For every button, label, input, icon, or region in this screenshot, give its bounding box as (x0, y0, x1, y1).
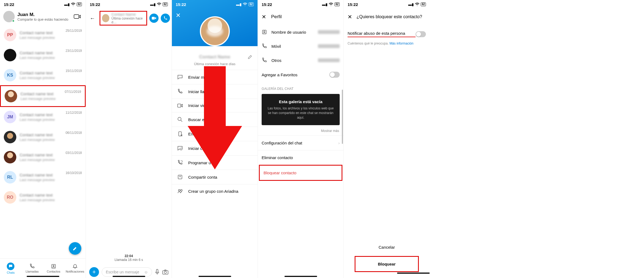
tab-chats[interactable]: Chats (0, 259, 21, 278)
chat-row[interactable]: Contact name textLast message preview03/… (0, 147, 86, 167)
row-username[interactable]: Nombre de usuario (258, 25, 343, 39)
clock: 15:22 (348, 2, 358, 7)
row-block-contact[interactable]: Bloquear contacto (259, 165, 342, 181)
row-others[interactable]: Otros (258, 53, 343, 67)
favorites-toggle[interactable] (329, 72, 340, 78)
status-icons: ▬▮ 62 (64, 2, 82, 7)
row-add-favorites[interactable]: Agregar a Favoritos (258, 67, 343, 82)
chat-row[interactable]: PPContact name textLast message preview2… (0, 25, 86, 45)
status-icons: ▬▮ 62 (150, 2, 168, 7)
new-chat-button[interactable] (69, 242, 81, 255)
chat-row[interactable]: ROContact name textLast message preview (0, 187, 86, 207)
close-button[interactable]: ✕ (176, 12, 181, 19)
chat-preview: Last message preview (20, 118, 82, 122)
show-more-link[interactable]: Mostrar más (258, 126, 343, 135)
chat-row[interactable]: JMContact name textLast message preview1… (0, 107, 86, 127)
row-label: Notificar abuso de esta persona (348, 31, 416, 37)
chat-avatar (4, 131, 16, 143)
profile-settings-header: ✕ Perfil (258, 9, 343, 25)
block-button[interactable]: Bloquear (355, 256, 419, 272)
chat-preview: Last message preview (20, 97, 81, 101)
row-label: Configuración del chat (262, 141, 302, 145)
profile-name: Contact Name (172, 53, 258, 61)
chat-date: 16/10/2018 (66, 171, 82, 175)
svg-point-13 (178, 189, 180, 191)
tab-contacts[interactable]: Contactos (43, 259, 64, 278)
chat-date: 07/11/2019 (65, 90, 81, 94)
tab-notifications[interactable]: Notificaciones (64, 259, 86, 278)
chat-date: 06/11/2018 (66, 131, 82, 135)
chat-avatar (4, 49, 16, 61)
battery-icon: 62 (249, 2, 254, 6)
action-create-group[interactable]: Crear un grupo con Ariadna (172, 184, 258, 198)
dialog-actions: Cancelar Bloquear (344, 240, 430, 275)
message-input[interactable]: Escribe un mensaje ☺ (102, 267, 152, 277)
tab-calls[interactable]: Llamadas (21, 259, 43, 278)
chat-preview: Last message preview (20, 178, 82, 182)
chat-row[interactable]: Contact name textLast message preview07/… (0, 85, 86, 107)
svg-point-2 (53, 265, 54, 266)
profile-last-seen: Última conexión hace días (172, 62, 258, 66)
close-button[interactable]: ✕ (348, 14, 352, 20)
video-call-button[interactable] (149, 14, 159, 23)
my-status-prompt[interactable]: Comparte lo que estás haciendo (17, 17, 68, 21)
conversation-body: 22:04 Llamada 16 min 6 s (86, 28, 172, 264)
chat-preview: Last message preview (20, 36, 82, 40)
back-button[interactable]: ← (88, 13, 97, 24)
status-bar: 15:22 ▬▮ 62 (258, 0, 343, 9)
phone-icon (262, 43, 267, 49)
help-pre: Cuéntenos qué le preocupa. (348, 42, 389, 45)
lock-chat-icon (177, 146, 183, 151)
chat-list-header: Juan M. Comparte lo que estás haciendo (0, 9, 86, 25)
row-label: Móvil (271, 44, 314, 49)
clock: 15:22 (262, 2, 272, 7)
row-delete-contact[interactable]: Eliminar contacto (258, 150, 343, 165)
home-indicator (397, 273, 430, 274)
chat-row[interactable]: RLContact name textLast message preview1… (0, 167, 86, 187)
row-notify-abuse[interactable]: Notificar abuso de esta persona (344, 25, 430, 39)
row-mobile[interactable]: Móvil (258, 39, 343, 53)
close-button[interactable]: ✕ (262, 14, 266, 20)
chat-row[interactable]: Contact name textLast message preview23/… (0, 45, 86, 65)
contact-name: Contact Name (112, 12, 145, 17)
block-dialog-header: ✕ ¿Quieres bloquear este contacto? (344, 9, 430, 25)
mic-icon[interactable] (155, 269, 160, 275)
wifi-icon (243, 3, 247, 6)
dialog-title: ¿Quieres bloquear este contacto? (357, 14, 422, 19)
annotation-arrow-down (188, 66, 242, 169)
action-share-contact[interactable]: Compartir conta (172, 170, 258, 184)
mobile-value (318, 44, 340, 48)
row-label: Otros (271, 58, 314, 63)
more-info-link[interactable]: Más información (389, 42, 413, 45)
camera-icon[interactable] (72, 12, 82, 21)
avatar-blur (207, 26, 223, 37)
wifi-icon (415, 3, 419, 6)
gallery-section-label: GALERÍA DEL CHAT (258, 82, 343, 93)
chat-date: 23/11/2019 (66, 49, 82, 53)
edit-icon[interactable] (248, 54, 253, 59)
add-attachment-button[interactable]: + (89, 267, 99, 277)
chat-date: 03/11/2018 (66, 151, 82, 155)
row-label: Eliminar contacto (262, 155, 293, 160)
emoji-icon[interactable]: ☺ (144, 270, 148, 274)
row-chat-settings[interactable]: Configuración del chat › (258, 135, 343, 150)
tab-label-contacts: Contactos (47, 270, 60, 273)
gallery-empty-body: Las fotos, los archivos y los vínculos w… (266, 106, 335, 120)
audio-call-button[interactable] (161, 14, 170, 23)
clock: 15:22 (176, 2, 186, 7)
clock: 15:22 (4, 2, 14, 7)
chat-preview: Last message preview (20, 76, 82, 80)
status-icons: ▬▮ 62 (236, 2, 254, 7)
my-avatar[interactable] (3, 11, 15, 22)
chat-row[interactable]: Contact name textLast message preview06/… (0, 127, 86, 147)
gallery-empty-title: Esta galería está vacía (266, 99, 335, 104)
cancel-button[interactable]: Cancelar (344, 240, 430, 254)
scrollbar[interactable] (342, 90, 343, 144)
notify-abuse-toggle[interactable] (416, 31, 426, 37)
camera-icon[interactable] (162, 270, 168, 274)
row-label: Bloquear contacto (264, 170, 296, 175)
user-icon (262, 29, 267, 35)
message-placeholder: Escribe un mensaje (106, 270, 139, 274)
contact-header-highlight[interactable]: Contact Name Última conexión hace d… (100, 11, 147, 26)
chat-row[interactable]: KSContact name textLast message preview1… (0, 65, 86, 85)
